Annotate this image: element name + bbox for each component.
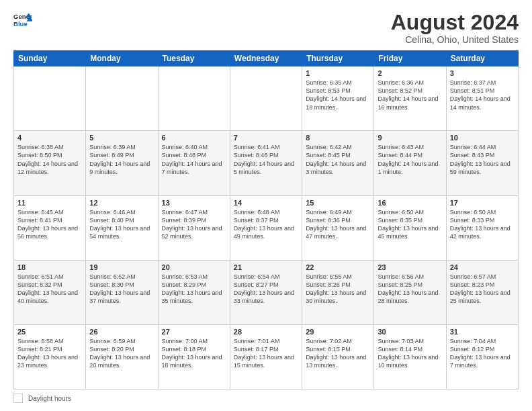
calendar-header-friday: Friday [374,51,446,66]
day-number: 7 [234,134,298,142]
page: General Blue August 2024 Celina, Ohio, U… [0,0,532,411]
day-info: Sunrise: 7:01 AM Sunset: 8:17 PM Dayligh… [234,337,298,370]
calendar-cell: 13Sunrise: 6:47 AM Sunset: 8:39 PM Dayli… [158,195,230,260]
calendar-cell: 4Sunrise: 6:38 AM Sunset: 8:50 PM Daylig… [14,131,86,195]
day-number: 23 [378,263,442,271]
calendar-cell: 29Sunrise: 7:02 AM Sunset: 8:15 PM Dayli… [302,324,374,389]
logo-icon: General Blue [13,11,32,30]
day-info: Sunrise: 6:43 AM Sunset: 8:44 PM Dayligh… [378,143,442,176]
day-number: 21 [234,263,298,271]
day-info: Sunrise: 6:37 AM Sunset: 8:51 PM Dayligh… [450,79,515,111]
calendar-cell [86,66,158,131]
day-info: Sunrise: 6:52 AM Sunset: 8:30 PM Dayligh… [89,273,154,306]
day-number: 4 [17,134,82,142]
calendar-header-thursday: Thursday [302,51,374,66]
day-info: Sunrise: 6:56 AM Sunset: 8:25 PM Dayligh… [378,273,442,306]
day-number: 24 [450,263,515,271]
legend-box [13,394,23,403]
calendar-week-2: 4Sunrise: 6:38 AM Sunset: 8:50 PM Daylig… [14,131,519,195]
calendar-header-sunday: Sunday [14,51,86,66]
calendar-cell: 12Sunrise: 6:46 AM Sunset: 8:40 PM Dayli… [86,195,158,260]
day-info: Sunrise: 6:41 AM Sunset: 8:46 PM Dayligh… [234,143,298,176]
day-number: 14 [234,199,298,207]
day-number: 27 [162,328,226,336]
day-number: 28 [234,328,298,336]
day-info: Sunrise: 6:42 AM Sunset: 8:45 PM Dayligh… [306,143,370,176]
calendar-cell: 18Sunrise: 6:51 AM Sunset: 8:32 PM Dayli… [14,260,86,324]
day-info: Sunrise: 6:50 AM Sunset: 8:35 PM Dayligh… [378,208,442,241]
day-number: 16 [378,199,442,207]
day-info: Sunrise: 6:50 AM Sunset: 8:33 PM Dayligh… [450,208,515,241]
day-number: 30 [378,328,442,336]
day-number: 10 [450,134,515,142]
calendar-cell: 7Sunrise: 6:41 AM Sunset: 8:46 PM Daylig… [230,131,302,195]
calendar-week-5: 25Sunrise: 6:58 AM Sunset: 8:21 PM Dayli… [14,324,519,389]
calendar-cell: 14Sunrise: 6:48 AM Sunset: 8:37 PM Dayli… [230,195,302,260]
day-info: Sunrise: 7:02 AM Sunset: 8:15 PM Dayligh… [306,337,370,370]
calendar-cell: 19Sunrise: 6:52 AM Sunset: 8:30 PM Dayli… [86,260,158,324]
svg-text:Blue: Blue [13,20,28,28]
calendar-cell: 25Sunrise: 6:58 AM Sunset: 8:21 PM Dayli… [14,324,86,389]
day-info: Sunrise: 7:03 AM Sunset: 8:14 PM Dayligh… [378,337,442,370]
day-number: 22 [306,263,370,271]
day-number: 3 [450,69,515,77]
day-info: Sunrise: 6:59 AM Sunset: 8:20 PM Dayligh… [89,337,154,370]
calendar-cell: 20Sunrise: 6:53 AM Sunset: 8:29 PM Dayli… [158,260,230,324]
calendar-cell: 11Sunrise: 6:45 AM Sunset: 8:41 PM Dayli… [14,195,86,260]
day-info: Sunrise: 6:54 AM Sunset: 8:27 PM Dayligh… [234,273,298,306]
calendar-cell: 10Sunrise: 6:44 AM Sunset: 8:43 PM Dayli… [446,131,518,195]
day-info: Sunrise: 6:55 AM Sunset: 8:26 PM Dayligh… [306,273,370,306]
day-number: 12 [89,199,154,207]
calendar-cell: 2Sunrise: 6:36 AM Sunset: 8:52 PM Daylig… [374,66,446,131]
day-info: Sunrise: 6:47 AM Sunset: 8:39 PM Dayligh… [162,208,226,241]
day-number: 2 [378,69,442,77]
day-number: 19 [89,263,154,271]
calendar-cell: 3Sunrise: 6:37 AM Sunset: 8:51 PM Daylig… [446,66,518,131]
calendar-header-row: SundayMondayTuesdayWednesdayThursdayFrid… [14,51,519,66]
day-number: 29 [306,328,370,336]
day-info: Sunrise: 6:46 AM Sunset: 8:40 PM Dayligh… [89,208,154,241]
day-number: 5 [89,134,154,142]
day-info: Sunrise: 6:40 AM Sunset: 8:48 PM Dayligh… [162,143,226,176]
day-number: 25 [17,328,82,336]
day-info: Sunrise: 6:38 AM Sunset: 8:50 PM Dayligh… [17,143,82,176]
calendar-cell: 16Sunrise: 6:50 AM Sunset: 8:35 PM Dayli… [374,195,446,260]
day-number: 18 [17,263,82,271]
day-info: Sunrise: 6:35 AM Sunset: 8:53 PM Dayligh… [306,79,370,111]
calendar-week-1: 1Sunrise: 6:35 AM Sunset: 8:53 PM Daylig… [14,66,519,131]
title-block: August 2024 Celina, Ohio, United States [391,11,519,45]
calendar-cell: 15Sunrise: 6:49 AM Sunset: 8:36 PM Dayli… [302,195,374,260]
calendar-header-monday: Monday [86,51,158,66]
calendar-cell: 6Sunrise: 6:40 AM Sunset: 8:48 PM Daylig… [158,131,230,195]
day-info: Sunrise: 6:53 AM Sunset: 8:29 PM Dayligh… [162,273,226,306]
day-number: 8 [306,134,370,142]
day-info: Sunrise: 6:49 AM Sunset: 8:36 PM Dayligh… [306,208,370,241]
legend-label: Daylight hours [28,395,71,402]
day-number: 6 [162,134,226,142]
header: General Blue August 2024 Celina, Ohio, U… [13,11,519,45]
calendar-cell: 22Sunrise: 6:55 AM Sunset: 8:26 PM Dayli… [302,260,374,324]
calendar: SundayMondayTuesdayWednesdayThursdayFrid… [13,50,519,390]
calendar-cell: 30Sunrise: 7:03 AM Sunset: 8:14 PM Dayli… [374,324,446,389]
calendar-cell: 23Sunrise: 6:56 AM Sunset: 8:25 PM Dayli… [374,260,446,324]
day-number: 1 [306,69,370,77]
calendar-cell: 28Sunrise: 7:01 AM Sunset: 8:17 PM Dayli… [230,324,302,389]
day-number: 15 [306,199,370,207]
day-info: Sunrise: 6:51 AM Sunset: 8:32 PM Dayligh… [17,273,82,306]
main-title: August 2024 [391,11,519,34]
day-info: Sunrise: 7:00 AM Sunset: 8:18 PM Dayligh… [162,337,226,370]
subtitle: Celina, Ohio, United States [391,34,519,45]
day-number: 13 [162,199,226,207]
calendar-cell: 8Sunrise: 6:42 AM Sunset: 8:45 PM Daylig… [302,131,374,195]
calendar-cell: 27Sunrise: 7:00 AM Sunset: 8:18 PM Dayli… [158,324,230,389]
day-info: Sunrise: 7:04 AM Sunset: 8:12 PM Dayligh… [450,337,515,370]
calendar-cell [230,66,302,131]
calendar-cell: 31Sunrise: 7:04 AM Sunset: 8:12 PM Dayli… [446,324,518,389]
day-info: Sunrise: 6:48 AM Sunset: 8:37 PM Dayligh… [234,208,298,241]
day-number: 11 [17,199,82,207]
calendar-header-tuesday: Tuesday [158,51,230,66]
day-info: Sunrise: 6:45 AM Sunset: 8:41 PM Dayligh… [17,208,82,241]
calendar-cell: 5Sunrise: 6:39 AM Sunset: 8:49 PM Daylig… [86,131,158,195]
calendar-cell: 21Sunrise: 6:54 AM Sunset: 8:27 PM Dayli… [230,260,302,324]
logo: General Blue [13,11,32,30]
